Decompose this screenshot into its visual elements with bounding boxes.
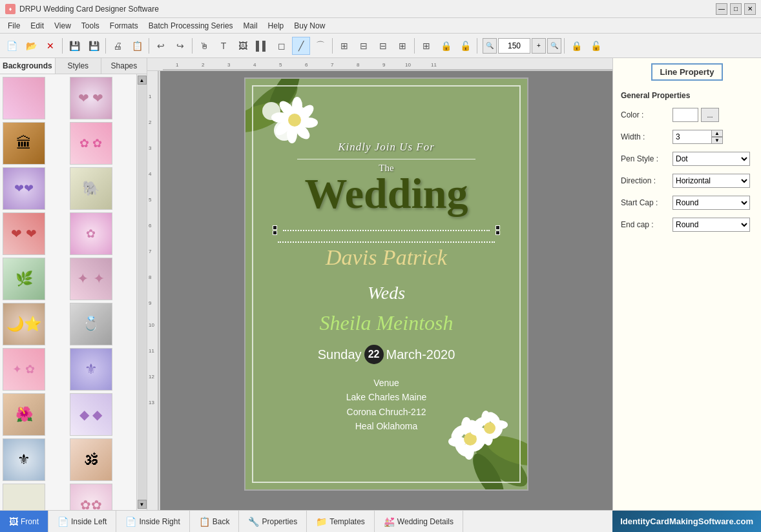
bg-thumb-20[interactable]: ✿✿ <box>70 484 112 510</box>
tab-inside-left[interactable]: 📄 Inside Left <box>48 511 116 532</box>
print-btn[interactable]: 🖨 <box>109 37 127 55</box>
bg-thumb-12[interactable]: 💍 <box>70 303 112 345</box>
tab-wedding-details[interactable]: 💒 Wedding Details <box>375 511 463 532</box>
wedding-details-icon: 💒 <box>384 517 395 527</box>
menu-help[interactable]: Help <box>263 20 289 32</box>
menu-formats[interactable]: Formats <box>105 20 143 32</box>
tab-shapes[interactable]: Shapes <box>101 58 147 74</box>
bg-thumb-15[interactable]: 🌺 <box>3 393 45 436</box>
redo-btn[interactable]: ↪ <box>171 37 189 55</box>
grid-btn[interactable]: ⊞ <box>417 37 435 55</box>
distribute-btn[interactable]: ⊞ <box>393 37 412 55</box>
undo-btn[interactable]: ↩ <box>152 37 170 55</box>
save-as-btn[interactable]: 💾 <box>85 37 103 55</box>
scroll-up-btn[interactable]: ▲ <box>138 76 147 85</box>
color-label: Color : <box>621 110 672 119</box>
close-doc-btn[interactable]: ✕ <box>41 37 59 55</box>
new-btn[interactable]: 📄 <box>3 37 21 55</box>
tab-inside-right[interactable]: 📄 Inside Right <box>116 511 189 532</box>
menu-mail[interactable]: Mail <box>238 20 263 32</box>
tab-back-label: Back <box>213 517 230 526</box>
start-cap-control: Round Flat Square <box>672 196 753 210</box>
tab-styles[interactable]: Styles <box>56 58 101 74</box>
width-down-btn[interactable]: ▼ <box>711 137 723 144</box>
bg-thumb-8[interactable]: ✿ <box>70 212 112 255</box>
unlock-btn[interactable]: 🔓 <box>456 37 474 55</box>
group-btn[interactable]: ⊞ <box>335 37 353 55</box>
color-picker-btn[interactable]: ... <box>701 108 719 122</box>
dotted-line-selected[interactable] <box>278 229 495 232</box>
bg-thumb-6[interactable]: 🐘 <box>70 167 112 210</box>
bg-thumb-16[interactable]: ◆ ◆ <box>70 393 112 436</box>
tab-properties[interactable]: 🔧 Properties <box>239 511 307 532</box>
width-up-btn[interactable]: ▲ <box>711 130 723 137</box>
line-property-btn[interactable]: Line Property <box>651 63 724 81</box>
pen-style-select[interactable]: Dot Solid Dash DashDot DashDotDot <box>672 152 750 166</box>
menu-batch[interactable]: Batch Processing Series <box>143 20 238 32</box>
bg-thumb-2[interactable]: ❤ ❤ <box>70 77 112 119</box>
end-cap-select[interactable]: Round Flat Square <box>672 218 750 232</box>
handle-bl[interactable] <box>273 230 277 235</box>
menu-tools[interactable]: Tools <box>76 20 105 32</box>
bg-thumb-10[interactable]: ✦ ✦ <box>70 258 112 300</box>
zoom-in-btn[interactable]: + <box>532 38 546 54</box>
color-swatch[interactable] <box>672 108 698 122</box>
tab-backgrounds[interactable]: Backgrounds <box>0 58 56 74</box>
arc-btn[interactable]: ⌒ <box>311 37 329 55</box>
lock2-btn[interactable]: 🔒 <box>567 37 585 55</box>
select-btn[interactable]: 🖱 <box>195 37 213 55</box>
bg-thumb-7[interactable]: ❤ ❤ <box>3 212 45 255</box>
bg-thumb-13[interactable]: ✦ ✿ <box>3 348 45 391</box>
svg-text:5: 5 <box>149 197 152 203</box>
bg-thumb-19[interactable] <box>3 484 45 510</box>
align-btn[interactable]: ⊟ <box>374 37 392 55</box>
menu-buy[interactable]: Buy Now <box>289 20 330 32</box>
handle-tr[interactable] <box>495 225 500 230</box>
svg-text:6: 6 <box>149 223 152 229</box>
zoom-reset-btn[interactable]: 🔍 <box>547 38 561 54</box>
shape-btn[interactable]: ◻ <box>273 37 291 55</box>
bg-thumb-11[interactable]: 🌙⭐ <box>3 303 45 345</box>
tab-front[interactable]: 🖼 Front <box>0 511 48 532</box>
right-panel-header: Line Property <box>613 58 761 86</box>
print-preview-btn[interactable]: 📋 <box>128 37 146 55</box>
bg-thumb-18[interactable]: 🕉 <box>70 438 112 481</box>
bg-thumb-17[interactable]: ⚜ <box>3 438 45 481</box>
bg-thumb-1[interactable] <box>3 77 45 119</box>
image-btn[interactable]: 🖼 <box>234 37 252 55</box>
card-line-1 <box>297 159 475 159</box>
barcode-btn[interactable]: ▌▌ <box>253 37 271 55</box>
start-cap-select[interactable]: Round Flat Square <box>672 196 750 210</box>
minimize-btn[interactable]: — <box>716 3 727 15</box>
scrollbar[interactable]: ▲ ▼ <box>136 74 147 510</box>
ungroup-btn[interactable]: ⊟ <box>355 37 373 55</box>
maximize-btn[interactable]: □ <box>730 3 742 15</box>
line-btn: ╱ <box>292 37 310 55</box>
tab-back[interactable]: 📋 Back <box>190 511 240 532</box>
lock-btn[interactable]: 🔒 <box>437 37 455 55</box>
unlock2-btn[interactable]: 🔓 <box>587 37 605 55</box>
direction-select[interactable]: Horizontal Vertical Diagonal <box>672 174 750 188</box>
tab-templates[interactable]: 📁 Templates <box>307 511 375 532</box>
bg-thumb-14[interactable]: ⚜ <box>70 348 112 391</box>
wedding-card[interactable]: Kindly Join Us For The Wedding <box>244 77 528 491</box>
direction-row: Direction : Horizontal Vertical Diagonal <box>621 174 753 188</box>
open-btn[interactable]: 📂 <box>22 37 40 55</box>
handle-tl[interactable] <box>273 225 277 230</box>
bg-thumb-4[interactable]: ✿ ✿ <box>70 122 112 165</box>
scroll-down-btn[interactable]: ▼ <box>138 500 147 509</box>
zoom-out-btn[interactable]: 🔍 <box>483 38 497 54</box>
width-input[interactable] <box>672 130 711 144</box>
close-btn[interactable]: ✕ <box>744 3 756 15</box>
menu-edit[interactable]: Edit <box>25 20 49 32</box>
save-btn[interactable]: 💾 <box>65 37 83 55</box>
pen-style-control: Dot Solid Dash DashDot DashDotDot <box>672 152 753 166</box>
handle-br[interactable] <box>495 230 500 235</box>
text-btn[interactable]: T <box>214 37 233 55</box>
zoom-input[interactable]: 150 <box>498 38 530 54</box>
bg-thumb-5[interactable]: ❤❤ <box>3 167 45 210</box>
menu-file[interactable]: File <box>3 20 25 32</box>
bg-thumb-9[interactable]: 🌿 <box>3 258 45 300</box>
bg-thumb-3[interactable]: 🏛 <box>3 122 45 165</box>
menu-view[interactable]: View <box>49 20 76 32</box>
